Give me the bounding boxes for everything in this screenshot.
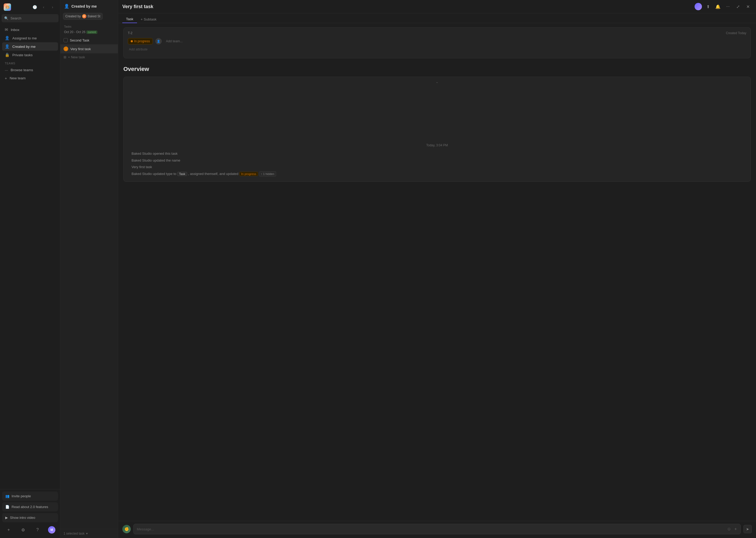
invite-icon: 👥 <box>5 494 10 498</box>
assignee-avatar[interactable]: 👤 <box>155 38 162 44</box>
invite-label: Invite people <box>12 494 31 498</box>
task-name-second: Second Task <box>70 38 115 42</box>
sidebar-item-browse-teams[interactable]: ··· Browse teams <box>2 66 58 74</box>
filter-bar: Created by B Baked St <box>60 11 118 22</box>
task-type-badge: Task <box>177 172 187 176</box>
message-input[interactable] <box>137 527 724 531</box>
sidebar-bottom: 👥 Invite people 📄 Read about 2.0 feature… <box>0 489 60 538</box>
new-task-icon: ⊞ <box>64 55 67 59</box>
chevron-down-icon: ▾ <box>86 532 88 535</box>
settings-icon[interactable]: ⚙ <box>19 526 27 534</box>
sidebar-header: 🎨 🕐 ‹ › <box>0 0 60 13</box>
message-bar: ✊ ☺ + ➤ <box>118 521 756 538</box>
task-item-second[interactable]: Second Task <box>60 36 118 44</box>
panel-header-icon: 👤 <box>64 4 69 9</box>
subtask-button[interactable]: + Subtask <box>138 16 160 23</box>
activity-timestamp: Today, 3:04 PM <box>129 139 745 150</box>
task-item-first[interactable]: → Very first task ⎘ <box>60 44 118 53</box>
expand-button[interactable]: ⤢ <box>734 3 742 11</box>
tab-bar: Task + Subtask <box>118 13 756 23</box>
activity-area: ⌄ Today, 3:04 PM Baked Studio opened thi… <box>123 77 751 182</box>
app-logo: 🎨 <box>4 3 11 11</box>
task-meta-row-status: In progress 👤 Add team... <box>128 38 746 44</box>
panel-title: Created by me <box>71 4 97 8</box>
inbox-icon: ✉ <box>5 27 8 32</box>
filter-avatar: B <box>82 14 86 19</box>
search-label: Search <box>11 16 21 20</box>
panel-header: 👤 Created by me <box>60 0 118 11</box>
selected-task-label: 1 selected task <box>64 532 84 535</box>
forward-button[interactable]: › <box>49 3 57 11</box>
status-dot <box>131 40 133 42</box>
show-video-card[interactable]: ▶ Show intro video <box>2 513 58 522</box>
read-icon: 📄 <box>5 505 10 509</box>
task-title-main: Very first task <box>122 4 153 10</box>
sidebar-item-private[interactable]: 🔒 Private tasks <box>2 51 58 59</box>
activity-line-updated-type: Baked Studio updated type to Task , assi… <box>131 171 743 178</box>
teams-section-label: Teams <box>2 59 58 66</box>
filter-tag-created-by[interactable]: Created by B Baked St <box>63 13 103 20</box>
sidebar-item-created[interactable]: 👤 Created by me <box>2 42 58 51</box>
more-icon: ··· <box>726 4 730 9</box>
sidebar-nav: ✉ Inbox 👤 Assigned to me 👤 Created by me… <box>0 25 60 489</box>
browse-teams-label: Browse teams <box>11 68 33 72</box>
attach-button[interactable]: + <box>734 526 737 532</box>
user-avatar-sidebar[interactable]: M <box>48 526 55 534</box>
close-button[interactable]: ✕ <box>744 3 752 11</box>
panel-footer[interactable]: 1 selected task ▾ <box>60 529 118 538</box>
activity-content: Today, 3:04 PM Baked Studio opened this … <box>124 77 750 182</box>
add-team-button[interactable]: Add team... <box>164 39 184 44</box>
search-bar[interactable]: 🔍 Search <box>2 14 59 22</box>
tasks-section: Tasks Oct 20 - Oct 26 current Second Tas… <box>60 22 118 62</box>
inbox-label: Inbox <box>11 28 20 32</box>
task-name-first: Very first task <box>71 47 111 51</box>
sidebar-item-new-team[interactable]: + New team <box>2 74 58 82</box>
browse-teams-icon: ··· <box>5 68 8 72</box>
back-button[interactable]: ‹ <box>40 3 48 11</box>
more-options-button[interactable]: ··· <box>724 3 732 11</box>
send-button[interactable]: ➤ <box>743 525 752 533</box>
collapse-button[interactable]: ⌄ <box>436 80 439 84</box>
emoji-button[interactable]: ☺ <box>726 526 732 532</box>
help-icon[interactable]: ? <box>34 526 41 534</box>
share-button[interactable]: ⬆ <box>704 3 712 11</box>
status-badge[interactable]: In progress <box>128 38 153 44</box>
header-user-avatar[interactable] <box>694 3 702 10</box>
invite-people-card[interactable]: 👥 Invite people <box>2 492 58 501</box>
main-content: Very first task ⬆ 🔔 ··· ⤢ ✕ Task + Subta… <box>118 0 756 538</box>
video-label: Show intro video <box>10 516 35 519</box>
message-input-wrap: ☺ + <box>133 524 741 534</box>
add-attribute-button[interactable]: Add attribute <box>128 47 149 52</box>
main-header: Very first task ⬆ 🔔 ··· ⤢ ✕ <box>118 0 756 13</box>
date-range-text: Oct 20 - Oct 26 <box>64 30 85 34</box>
message-avatar: ✊ <box>122 525 131 533</box>
new-task-button[interactable]: ⊞ + New task <box>60 53 118 61</box>
filter-label: Created by <box>65 15 81 18</box>
tasks-section-label: Tasks <box>60 24 118 29</box>
add-button[interactable]: + <box>5 526 13 534</box>
notification-button[interactable]: 🔔 <box>714 3 722 11</box>
task-checkbox-second[interactable] <box>64 38 68 42</box>
sidebar: 🎨 🕐 ‹ › 🔍 Search ✉ Inbox 👤 Assigned to m… <box>0 0 60 538</box>
expand-icon: ⤢ <box>736 4 740 9</box>
subtask-label: + Subtask <box>141 17 157 21</box>
activity-line-opened: Baked Studio opened this task <box>131 150 743 157</box>
current-badge: current <box>86 30 97 34</box>
activity-log: Baked Studio opened this task Baked Stud… <box>129 150 745 177</box>
task-meta-card: T-2 Created Today In progress 👤 Add team… <box>123 27 751 58</box>
created-icon: 👤 <box>5 44 10 49</box>
history-button[interactable]: 🕐 <box>31 3 39 11</box>
send-icon: ➤ <box>746 527 749 531</box>
tab-task[interactable]: Task <box>122 16 137 23</box>
sidebar-item-assigned[interactable]: 👤 Assigned to me <box>2 34 58 42</box>
read-label: Read about 2.0 features <box>12 505 48 509</box>
task-status-icon-first: → <box>64 46 68 51</box>
task-created: Created Today <box>726 31 746 35</box>
new-task-label: + New task <box>68 55 85 59</box>
activity-line-updated-name: Baked Studio updated the name <box>131 157 743 164</box>
read-features-card[interactable]: 📄 Read about 2.0 features <box>2 502 58 511</box>
sidebar-item-inbox[interactable]: ✉ Inbox <box>2 26 58 34</box>
hidden-badge: ↑ 1 hidden <box>259 171 276 177</box>
date-range: Oct 20 - Oct 26 current <box>60 29 118 36</box>
close-icon: ✕ <box>746 4 750 9</box>
